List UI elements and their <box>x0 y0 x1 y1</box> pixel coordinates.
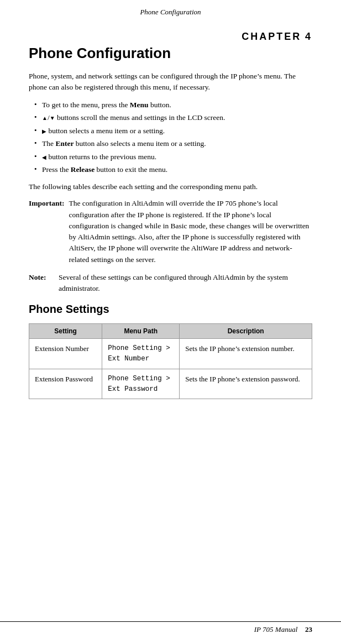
arrow-left-icon <box>42 153 46 161</box>
settings-table: Setting Menu Path Description Extension … <box>29 323 312 399</box>
bullet-5-after: button returns to the previous menu. <box>46 153 156 161</box>
note-block: Note: Several of these settings can be c… <box>29 272 312 295</box>
phone-settings-title: Phone Settings <box>29 303 312 316</box>
table-row: Extension Number Phone Setting >Ext Numb… <box>29 339 312 369</box>
bullet-3-after: button selects a menu item or a setting. <box>46 127 165 135</box>
chapter-label: CHAPTER 4 <box>29 31 312 43</box>
chapter-word: CHAPTER <box>242 31 301 42</box>
row2-description: Sets the IP phone’s extension password. <box>180 369 312 399</box>
bullet-item-5: button returns to the previous menu. <box>34 151 312 163</box>
row2-menupath: Phone Setting >Ext Password <box>102 369 180 399</box>
bullet-4-after: button also selects a menu item or a set… <box>74 139 206 148</box>
footer-text: IP 705 Manual <box>254 625 297 634</box>
bullet-item-3: button selects a menu item or a setting. <box>34 125 312 137</box>
following-text: The following tables describe each setti… <box>29 181 312 192</box>
arrow-down-icon <box>50 113 55 122</box>
chapter-number: 4 <box>305 31 312 42</box>
bullet-item-6: Press the Release button to exit the men… <box>34 164 312 176</box>
important-label: Important: <box>29 198 65 265</box>
bullet-1-bold: Menu <box>130 101 149 109</box>
bullet-2-after: buttons scroll the menus and settings in… <box>55 113 225 122</box>
table-header-row: Setting Menu Path Description <box>29 324 312 339</box>
bullet-6-before: Press the <box>42 165 71 174</box>
note-label: Note: <box>29 272 54 295</box>
bullet-6-bold: Release <box>71 165 95 174</box>
arrow-up-icon <box>42 113 48 122</box>
footer-separator <box>297 625 303 634</box>
header-title: Phone Configuration <box>140 8 201 16</box>
bullet-1-after: button. <box>149 101 171 109</box>
col-header-menupath: Menu Path <box>102 324 180 339</box>
page-title: Phone Configuration <box>29 45 312 62</box>
table-row: Extension Password Phone Setting >Ext Pa… <box>29 369 312 399</box>
row2-setting: Extension Password <box>29 369 102 399</box>
bullet-item-4: The Enter button also selects a menu ite… <box>34 138 312 150</box>
bullet-6-after: button to exit the menu. <box>95 165 167 174</box>
bullet-4-bold: Enter <box>55 139 74 148</box>
footer-page: 23 <box>305 625 312 634</box>
col-header-description: Description <box>180 324 312 339</box>
intro-paragraph: Phone, system, and network settings can … <box>29 71 312 93</box>
main-content: CHAPTER 4 Phone Configuration Phone, sys… <box>0 21 341 430</box>
important-text: The configuration in AltiAdmin will over… <box>69 198 313 265</box>
page-container: Phone Configuration CHAPTER 4 Phone Conf… <box>0 0 341 644</box>
bullet-item-2: / buttons scroll the menus and settings … <box>34 112 312 124</box>
table-header: Setting Menu Path Description <box>29 324 312 339</box>
row1-setting: Extension Number <box>29 339 102 369</box>
row1-menupath: Phone Setting >Ext Number <box>102 339 180 369</box>
bullet-item-1: To get to the menu, press the Menu butto… <box>34 99 312 111</box>
bullet-list: To get to the menu, press the Menu butto… <box>34 99 312 176</box>
table-body: Extension Number Phone Setting >Ext Numb… <box>29 339 312 399</box>
col-header-setting: Setting <box>29 324 102 339</box>
important-block: Important: The configuration in AltiAdmi… <box>29 198 312 265</box>
footer-bar: IP 705 Manual 23 <box>0 621 341 634</box>
row1-description: Sets the IP phone’s extension number. <box>180 339 312 369</box>
arrow-right-icon <box>42 127 46 135</box>
bullet-4-before: The <box>42 139 55 148</box>
header-bar: Phone Configuration <box>0 0 341 21</box>
bullet-1-before: To get to the menu, press the <box>42 101 130 109</box>
note-text: Several of these settings can be configu… <box>59 272 312 295</box>
